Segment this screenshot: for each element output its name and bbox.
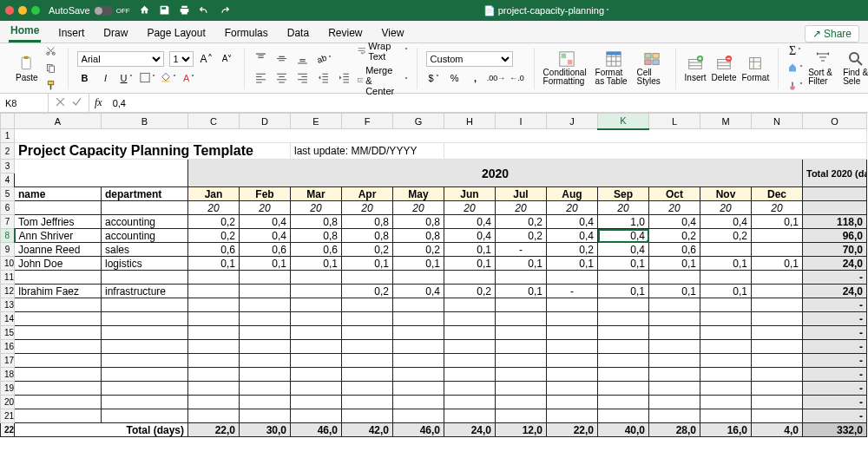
month-header[interactable]: Nov: [700, 187, 752, 201]
data-cell[interactable]: 0,1: [700, 285, 752, 298]
minimize-window-icon[interactable]: [18, 6, 27, 15]
data-cell[interactable]: [547, 409, 598, 423]
tab-insert[interactable]: Insert: [56, 23, 86, 43]
orientation-icon[interactable]: ab˅: [316, 51, 332, 67]
align-right-icon[interactable]: [295, 70, 311, 86]
name-cell[interactable]: [15, 326, 102, 340]
data-cell[interactable]: [752, 285, 803, 298]
row-15-header[interactable]: 15: [1, 326, 15, 340]
align-bottom-icon[interactable]: [295, 51, 311, 67]
data-cell[interactable]: [700, 382, 752, 396]
col-E[interactable]: E: [291, 114, 342, 129]
merge-center-button[interactable]: Merge & Center˅: [358, 65, 408, 96]
data-cell[interactable]: [700, 243, 752, 257]
data-cell[interactable]: 0,1: [700, 257, 752, 271]
data-cell[interactable]: [444, 326, 496, 340]
data-cell[interactable]: [188, 396, 240, 409]
data-cell[interactable]: [342, 382, 393, 396]
data-cell[interactable]: 0,2: [342, 285, 393, 298]
print-icon[interactable]: [179, 4, 190, 17]
data-cell[interactable]: [752, 312, 803, 326]
data-cell[interactable]: [496, 312, 547, 326]
decrease-decimal-icon[interactable]: ←.0: [510, 70, 525, 86]
row-total-cell[interactable]: 118,0: [803, 215, 867, 229]
data-cell[interactable]: 0,2: [649, 229, 700, 243]
row-7-header[interactable]: 7: [1, 215, 15, 229]
data-cell[interactable]: [291, 326, 342, 340]
data-cell[interactable]: 0,2: [393, 243, 444, 257]
data-cell[interactable]: 1,0: [598, 215, 649, 229]
cell[interactable]: [803, 187, 867, 201]
days-cell[interactable]: 20: [240, 201, 291, 215]
font-size-select[interactable]: 12: [169, 51, 194, 67]
data-cell[interactable]: [598, 396, 649, 409]
data-cell[interactable]: [188, 312, 240, 326]
data-cell[interactable]: 0,8: [393, 215, 444, 229]
row-21-header[interactable]: 21: [1, 409, 15, 423]
data-cell[interactable]: 0,4: [393, 285, 444, 298]
number-format-select[interactable]: Custom: [426, 51, 513, 67]
data-cell[interactable]: [752, 229, 803, 243]
name-box[interactable]: K8: [0, 94, 49, 112]
tab-formulas[interactable]: Formulas: [223, 23, 270, 43]
col-H[interactable]: H: [444, 114, 496, 129]
days-cell[interactable]: 20: [444, 201, 496, 215]
name-cell[interactable]: Tom Jeffries: [15, 215, 102, 229]
col-D[interactable]: D: [240, 114, 291, 129]
tab-page-layout[interactable]: Page Layout: [145, 23, 207, 43]
month-header[interactable]: Mar: [291, 187, 342, 201]
data-cell[interactable]: [240, 285, 291, 298]
fill-color-icon[interactable]: ˅: [161, 70, 176, 86]
days-cell[interactable]: 20: [700, 201, 752, 215]
data-cell[interactable]: [547, 368, 598, 382]
data-cell[interactable]: [240, 396, 291, 409]
share-button[interactable]: ↗ Share: [805, 25, 859, 43]
spreadsheet-grid[interactable]: A B C D E F G H I J K L M N O 1 2 Projec…: [0, 113, 868, 437]
col-J[interactable]: J: [547, 114, 598, 129]
data-cell[interactable]: [700, 298, 752, 312]
days-cell[interactable]: 20: [393, 201, 444, 215]
data-cell[interactable]: [188, 409, 240, 423]
dept-cell[interactable]: logistics: [102, 257, 188, 271]
cancel-formula-icon[interactable]: [56, 97, 65, 108]
total-cell[interactable]: 30,0: [240, 423, 291, 437]
format-cells-button[interactable]: Format: [742, 55, 770, 82]
data-cell[interactable]: [393, 312, 444, 326]
name-cell[interactable]: Ann Shriver: [15, 229, 102, 243]
data-cell[interactable]: [393, 354, 444, 368]
row-5-header[interactable]: 5: [1, 187, 15, 201]
row-1-header[interactable]: 1: [1, 129, 15, 143]
data-cell[interactable]: [342, 340, 393, 354]
row-4-header[interactable]: 4: [1, 173, 15, 187]
data-cell[interactable]: 0,2: [700, 229, 752, 243]
data-cell[interactable]: [598, 271, 649, 285]
data-cell[interactable]: [649, 368, 700, 382]
data-cell[interactable]: 0,2: [188, 229, 240, 243]
totals-label[interactable]: Total (days): [15, 423, 188, 437]
data-cell[interactable]: 0,1: [496, 257, 547, 271]
sort-filter-button[interactable]: Sort & Filter: [808, 50, 838, 86]
row-total-cell[interactable]: -: [803, 271, 867, 285]
data-cell[interactable]: [444, 312, 496, 326]
col-K[interactable]: K: [598, 114, 649, 129]
row-total-cell[interactable]: -: [803, 354, 867, 368]
month-header[interactable]: Oct: [649, 187, 700, 201]
dept-cell[interactable]: sales: [102, 243, 188, 257]
accept-formula-icon[interactable]: [72, 97, 82, 108]
data-cell[interactable]: [752, 368, 803, 382]
month-header[interactable]: Jan: [188, 187, 240, 201]
row-19-header[interactable]: 19: [1, 382, 15, 396]
wrap-text-button[interactable]: Wrap Text˅: [358, 41, 408, 62]
data-cell[interactable]: 0,6: [188, 243, 240, 257]
data-cell[interactable]: [444, 409, 496, 423]
font-color-icon[interactable]: A˅: [181, 70, 197, 86]
data-cell[interactable]: [444, 271, 496, 285]
data-cell[interactable]: 0,2: [188, 215, 240, 229]
sheet-title[interactable]: Project Capacity Planning Template: [15, 143, 291, 160]
data-cell[interactable]: [291, 271, 342, 285]
col-F[interactable]: F: [342, 114, 393, 129]
data-cell[interactable]: [649, 298, 700, 312]
data-cell[interactable]: [188, 298, 240, 312]
dept-cell[interactable]: accounting: [102, 229, 188, 243]
data-cell[interactable]: [649, 312, 700, 326]
